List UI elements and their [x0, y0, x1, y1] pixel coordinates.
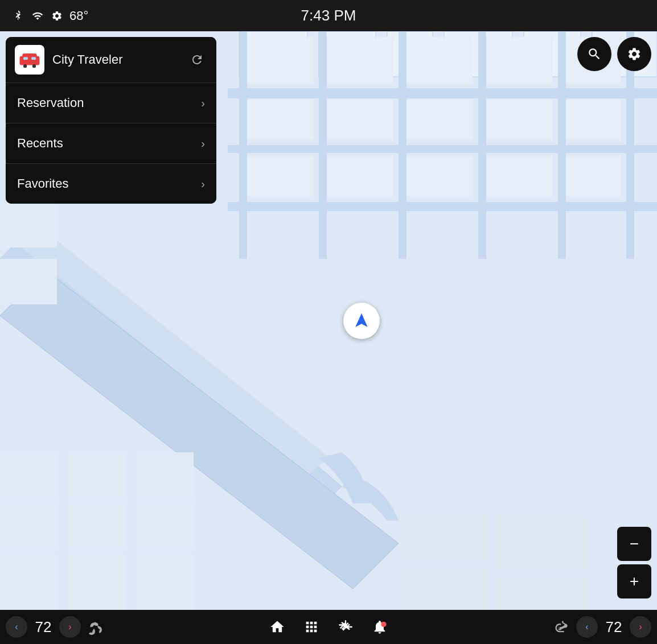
svg-rect-14	[319, 31, 327, 259]
svg-rect-27	[486, 100, 552, 139]
bottom-bar: ‹ 72 ›	[0, 610, 657, 644]
nav-indicator	[343, 303, 380, 339]
map-area: City Traveler Reservation › Recents › Fa…	[0, 31, 657, 610]
svg-rect-47	[137, 503, 194, 549]
svg-rect-12	[228, 202, 657, 211]
svg-rect-35	[399, 566, 490, 610]
svg-rect-31	[406, 156, 473, 196]
reservation-label: Reservation	[17, 96, 84, 110]
svg-rect-41	[0, 503, 57, 549]
status-bar: 68° 7:43 PM	[0, 0, 657, 31]
temp-right-decrease-button[interactable]: ‹	[576, 616, 598, 638]
svg-rect-20	[327, 37, 393, 84]
svg-point-55	[381, 622, 386, 627]
reservation-chevron: ›	[201, 97, 205, 110]
settings-button[interactable]	[617, 37, 651, 71]
app-icon-wrap	[15, 45, 44, 75]
svg-rect-11	[228, 145, 657, 153]
zoom-controls: − +	[617, 527, 651, 598]
apps-button[interactable]	[297, 612, 326, 642]
svg-point-52	[32, 64, 36, 68]
temp-left-section: ‹ 72 ›	[6, 616, 81, 638]
svg-rect-37	[495, 577, 586, 610]
temp-left-value: 72	[31, 618, 56, 636]
status-time: 7:43 PM	[301, 7, 356, 24]
svg-rect-25	[327, 100, 393, 139]
app-header: City Traveler	[6, 37, 216, 83]
status-temperature: 68°	[69, 9, 88, 23]
bluetooth-icon	[11, 9, 25, 23]
refresh-button[interactable]	[187, 49, 207, 70]
top-right-buttons	[577, 37, 651, 71]
svg-rect-48	[137, 555, 194, 610]
svg-rect-21	[406, 37, 473, 84]
temp-right-increase-button[interactable]: ›	[630, 616, 651, 638]
svg-rect-29	[247, 156, 313, 196]
svg-rect-36	[495, 515, 586, 572]
bottom-center-controls	[110, 612, 547, 642]
svg-rect-30	[327, 156, 393, 196]
temp-left-decrease-button[interactable]: ‹	[6, 616, 27, 638]
recents-label: Recents	[17, 136, 63, 151]
svg-rect-45	[68, 555, 125, 610]
svg-rect-32	[486, 156, 552, 196]
fan-left-icon[interactable]	[81, 612, 110, 642]
svg-rect-17	[558, 31, 566, 259]
zoom-in-button[interactable]: +	[617, 564, 651, 598]
svg-rect-19	[247, 37, 313, 84]
zoom-out-button[interactable]: −	[617, 527, 651, 561]
svg-rect-28	[566, 100, 621, 139]
svg-rect-34	[399, 515, 490, 560]
reservation-menu-item[interactable]: Reservation ›	[6, 83, 216, 123]
svg-rect-26	[406, 100, 473, 139]
svg-rect-15	[399, 31, 406, 259]
svg-rect-38	[0, 202, 57, 247]
app-card: City Traveler Reservation › Recents › Fa…	[6, 37, 216, 204]
svg-rect-16	[478, 31, 486, 259]
svg-rect-43	[68, 452, 125, 498]
svg-rect-24	[247, 100, 313, 139]
home-button[interactable]	[262, 612, 292, 642]
car-icon	[19, 49, 40, 71]
seat-heat-right-icon[interactable]	[547, 612, 576, 642]
svg-rect-10	[228, 88, 657, 98]
search-button[interactable]	[577, 37, 611, 71]
favorites-menu-item[interactable]: Favorites ›	[6, 164, 216, 204]
notification-button[interactable]	[365, 612, 395, 642]
svg-rect-13	[239, 31, 247, 259]
settings-status-icon	[50, 9, 64, 23]
svg-rect-54	[31, 57, 36, 60]
temp-left-increase-button[interactable]: ›	[59, 616, 81, 638]
temp-right-value: 72	[601, 618, 626, 636]
svg-rect-33	[566, 156, 621, 196]
svg-rect-46	[137, 452, 194, 498]
favorites-chevron: ›	[201, 177, 205, 191]
favorites-label: Favorites	[17, 176, 68, 191]
app-title: City Traveler	[52, 52, 187, 67]
ac-button[interactable]	[331, 612, 360, 642]
recents-chevron: ›	[201, 137, 205, 150]
signal-icon	[31, 9, 44, 23]
temp-right-section: ‹ 72 ›	[576, 616, 651, 638]
svg-rect-40	[0, 452, 57, 498]
svg-rect-53	[23, 57, 28, 60]
svg-rect-42	[0, 555, 57, 610]
svg-point-51	[23, 64, 27, 68]
svg-rect-39	[0, 259, 57, 304]
recents-menu-item[interactable]: Recents ›	[6, 123, 216, 164]
svg-rect-22	[486, 37, 552, 84]
svg-rect-44	[68, 503, 125, 549]
